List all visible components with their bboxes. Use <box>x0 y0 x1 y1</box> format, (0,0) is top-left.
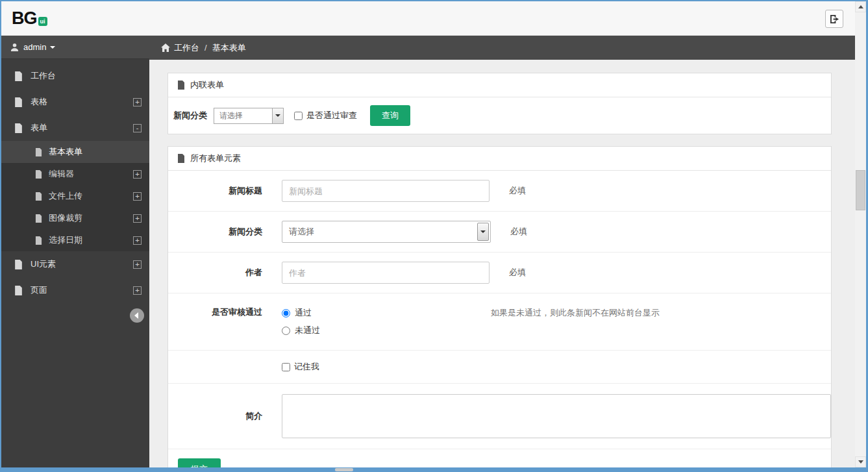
sidebar-item-ui-elements[interactable]: UI元素 + <box>1 251 149 277</box>
username: admin <box>23 42 46 52</box>
sidebar-item-pages[interactable]: 页面 + <box>1 277 149 303</box>
logout-button[interactable] <box>825 10 843 28</box>
sidebar-collapse-button[interactable] <box>130 308 144 323</box>
sidebar-item-workbench[interactable]: 工作台 <box>1 63 149 89</box>
triangle-down-icon <box>858 460 863 464</box>
approval-row: 是否审核通过 通过 未通过 <box>168 293 831 351</box>
inline-form-body: 新闻分类 请选择 是否通过审查 查询 <box>168 97 831 134</box>
breadcrumb-separator: / <box>205 43 207 53</box>
minus-box-icon[interactable]: - <box>133 124 142 132</box>
news-category-label: 新闻分类 <box>178 226 262 238</box>
news-title-input[interactable] <box>282 180 490 202</box>
vertical-scrollbar[interactable] <box>855 1 866 467</box>
file-icon <box>35 214 42 223</box>
review-checkbox[interactable] <box>294 112 303 120</box>
approval-pass-radio[interactable] <box>282 309 290 317</box>
plus-box-icon[interactable]: + <box>133 170 142 179</box>
main-column: 工作台 / 基本表单 内联表单 新闻分类 <box>149 36 855 467</box>
sidebar-item-image-crop[interactable]: 图像裁剪 + <box>1 207 149 229</box>
approval-pass-label: 通过 <box>295 307 312 319</box>
sidebar-collapse-row <box>1 303 149 323</box>
horizontal-scrollbar-thumb[interactable] <box>335 468 353 471</box>
caret-down-icon <box>50 46 55 49</box>
search-button[interactable]: 查询 <box>370 105 410 126</box>
sidebar-item-label: UI元素 <box>31 258 56 270</box>
category-label: 新闻分类 <box>173 110 207 121</box>
intro-row: 简介 <box>168 384 831 449</box>
app-header: BG ui <box>1 1 855 36</box>
approval-fail-label: 未通过 <box>295 325 320 336</box>
news-category-row: 新闻分类 请选择 必填 <box>168 212 831 253</box>
news-title-label: 新闻标题 <box>178 185 262 197</box>
sidebar-submenu-forms: 基本表单 编辑器 + 文件上传 + <box>1 141 149 251</box>
sidebar-item-tables[interactable]: 表格 + <box>1 89 149 115</box>
triangle-up-icon <box>858 5 863 8</box>
all-form-elements-panel-title: 所有表单元素 <box>168 147 831 171</box>
submit-button[interactable]: 提交 <box>178 458 221 467</box>
remember-row: 记住我 <box>168 351 831 384</box>
all-form-elements-panel: 所有表单元素 新闻标题 必填 新闻分类 请选择 <box>167 146 832 467</box>
required-hint: 必填 <box>510 226 527 238</box>
file-icon <box>14 123 23 133</box>
author-row: 作者 必填 <box>168 253 831 293</box>
chevron-left-icon <box>134 312 138 319</box>
window-frame: BG ui admin <box>0 0 868 472</box>
plus-box-icon[interactable]: + <box>133 286 142 295</box>
form-actions-row: 提交 <box>168 449 831 467</box>
panel-title-text: 内联表单 <box>190 79 224 91</box>
select-value: 请选择 <box>282 226 319 238</box>
remember-checkbox-group: 记住我 <box>282 361 319 373</box>
person-icon <box>10 43 19 51</box>
news-title-row: 新闻标题 必填 <box>168 171 831 212</box>
panel-title-text: 所有表单元素 <box>190 153 241 164</box>
sidebar-item-label: 表格 <box>31 96 47 108</box>
breadcrumb-current: 基本表单 <box>212 42 246 54</box>
remember-checkbox[interactable] <box>282 363 290 371</box>
file-icon <box>14 286 23 295</box>
plus-box-icon[interactable]: + <box>133 98 142 106</box>
file-icon <box>35 192 42 201</box>
logo-badge: ui <box>38 17 47 26</box>
sidebar-item-label: 编辑器 <box>49 168 74 180</box>
vertical-scrollbar-thumb[interactable] <box>856 170 865 210</box>
sidebar-item-label: 基本表单 <box>49 146 82 158</box>
file-icon <box>14 71 23 81</box>
caret-down-icon <box>477 223 489 241</box>
category-select[interactable]: 请选择 <box>214 108 284 124</box>
review-checkbox-group: 是否通过审查 <box>294 110 357 121</box>
remember-checkbox-label: 记住我 <box>294 361 319 373</box>
author-label: 作者 <box>178 267 262 279</box>
plus-box-icon[interactable]: + <box>133 214 142 223</box>
plus-box-icon[interactable]: + <box>133 192 142 201</box>
sidebar-item-editor[interactable]: 编辑器 + <box>1 163 149 185</box>
scroll-up-button[interactable] <box>855 1 866 12</box>
author-input[interactable] <box>282 262 490 284</box>
intro-textarea[interactable] <box>282 394 831 438</box>
sidebar-item-label: 页面 <box>31 284 47 296</box>
intro-label: 简介 <box>178 410 262 422</box>
user-menu[interactable]: admin <box>1 36 149 59</box>
plus-box-icon[interactable]: + <box>133 236 142 245</box>
scroll-down-button[interactable] <box>855 456 866 467</box>
sidebar-item-label: 选择日期 <box>49 234 82 246</box>
sidebar-item-label: 工作台 <box>31 70 56 82</box>
inline-form-panel: 内联表单 新闻分类 请选择 是否通过审查 <box>167 73 832 134</box>
file-icon <box>177 154 185 163</box>
sidebar-item-basic-form[interactable]: 基本表单 <box>1 141 149 163</box>
approval-fail-radio[interactable] <box>282 327 290 335</box>
sidebar-item-label: 文件上传 <box>49 190 82 202</box>
breadcrumb-home-link[interactable]: 工作台 <box>161 42 199 54</box>
sidebar-item-file-upload[interactable]: 文件上传 + <box>1 185 149 207</box>
sidebar-item-date-picker[interactable]: 选择日期 + <box>1 229 149 251</box>
review-checkbox-label: 是否通过审查 <box>306 110 357 121</box>
select-value: 请选择 <box>214 110 248 121</box>
file-icon <box>35 148 42 156</box>
required-hint: 必填 <box>509 185 526 197</box>
sidebar-nav: 工作台 表格 + 表单 - 基本表 <box>1 59 149 323</box>
sidebar-item-forms[interactable]: 表单 - <box>1 115 149 141</box>
news-category-select[interactable]: 请选择 <box>282 221 491 243</box>
sidebar-item-label: 表单 <box>31 122 47 134</box>
plus-box-icon[interactable]: + <box>133 260 142 269</box>
breadcrumb-home-label: 工作台 <box>174 42 199 54</box>
approval-help-text: 如果是未通过，则此条新闻不在网站前台显示 <box>491 306 831 319</box>
